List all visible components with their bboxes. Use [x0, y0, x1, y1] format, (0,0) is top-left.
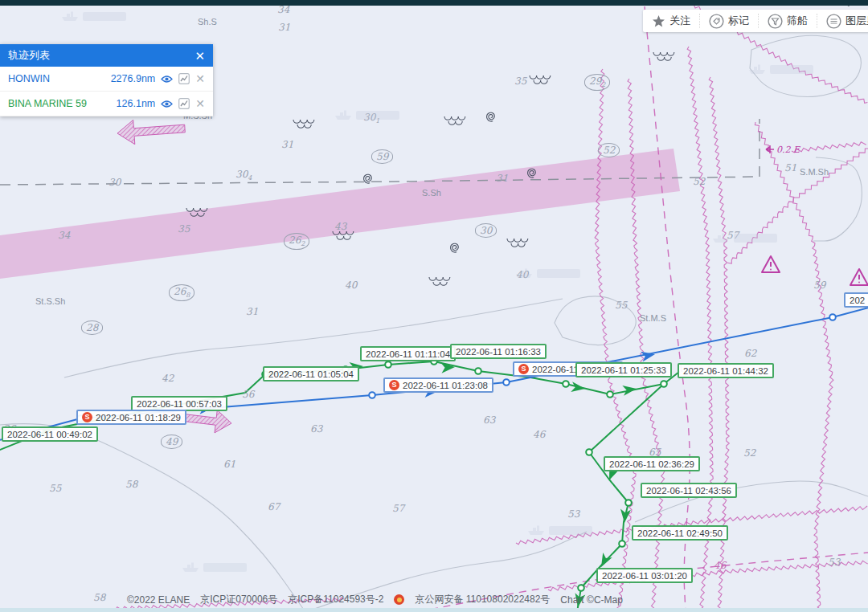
vessel-name[interactable]: BINA MARINE 59	[8, 98, 111, 109]
toolbar-button-funnel[interactable]: 筛船	[758, 14, 817, 28]
track-timestamp-label[interactable]: 2022-06-11 01:25:33	[575, 362, 672, 377]
depth-sounding: 31	[281, 140, 293, 149]
eye-icon[interactable]	[161, 75, 173, 84]
depth-sounding: 52	[743, 448, 755, 458]
ship-logo-icon	[181, 561, 200, 573]
speed-chart-button[interactable]	[178, 98, 190, 109]
track-timestamp-label[interactable]: 2022-06-11 03:01:20	[596, 568, 693, 583]
visibility-toggle[interactable]	[161, 100, 173, 108]
depth-sounding: 63	[483, 415, 495, 425]
watermark-text-bar	[734, 234, 777, 243]
depth-sounding: 57	[392, 504, 404, 513]
depth-sounding: 58	[93, 593, 105, 602]
depth-sounding: 58	[125, 479, 137, 489]
seabed-type-label: S.Sh	[422, 189, 441, 198]
depth-sounding: 52	[693, 177, 705, 186]
watermark-text-bar	[770, 65, 813, 74]
track-timestamp-label[interactable]: 2022-06-11 01:44:32	[678, 363, 774, 378]
remove-track-icon[interactable]: ✕	[195, 73, 205, 84]
seabed-type-label: St.M.S	[640, 314, 666, 323]
watermark-text-bar	[203, 563, 247, 572]
seabed-type-label: St.S.Sh	[35, 297, 65, 306]
timestamp-text: 2022-06-11 01:18:29	[96, 413, 181, 422]
depth-sounding: 59	[813, 280, 825, 290]
toolbar-button-label: 筛船	[787, 14, 808, 28]
depth-sounding: 304	[235, 169, 252, 182]
footer-copyright: ©2022 ELANE	[127, 594, 190, 606]
track-timestamp-label[interactable]: 2022-06-11 00:49:02	[2, 426, 98, 442]
close-icon[interactable]: ✕	[194, 50, 205, 62]
visibility-toggle[interactable]	[161, 75, 173, 84]
satellite-badge: S	[82, 412, 92, 422]
seabed-type-label: Sh.S	[198, 18, 217, 27]
toolbar-button-star[interactable]: 关注	[643, 14, 699, 28]
speed-chart-button[interactable]	[178, 73, 190, 84]
watermark-logo	[181, 561, 247, 573]
track-timestamp-label[interactable]: 2022-06-11 02:49:50	[632, 525, 728, 541]
track-timestamp-label[interactable]: S2022-06-11 01:23:08	[383, 377, 493, 393]
star-icon	[652, 14, 665, 28]
map-toolbar: 关注标记筛船图层显示	[643, 10, 868, 32]
toolbar-button-label: 图层显示	[845, 14, 868, 28]
toolbar-button-label: 关注	[669, 14, 690, 28]
timestamp-text: 202	[850, 296, 865, 305]
watermark-text-bar	[537, 269, 580, 278]
track-chart-icon[interactable]	[178, 98, 190, 109]
footer-credits: ©2022 ELANE 京ICP证070006号 京ICP备11024593号-…	[127, 593, 623, 606]
circled-depth-sounding: 262	[284, 233, 309, 250]
depth-sounding: 35	[178, 224, 190, 234]
timestamp-text: 2022-06-11 03:01:20	[602, 571, 687, 581]
depth-sounding: 31	[278, 22, 290, 32]
depth-sounding: 67	[268, 502, 280, 512]
ship-logo-icon	[60, 10, 80, 22]
depth-sounding: 35	[514, 76, 526, 86]
track-distance: 2276.9nm	[111, 73, 156, 84]
timestamp-text: 2022-06-11 02:36:29	[609, 459, 694, 469]
bottom-window-strip	[0, 608, 868, 612]
depth-sounding: 62	[744, 349, 756, 358]
depth-sounding: 55	[49, 483, 61, 493]
satellite-badge: S	[389, 380, 399, 390]
satellite-badge: S	[518, 364, 529, 374]
depth-sounding: 34	[277, 5, 289, 14]
track-list-row[interactable]: HONWIN2276.9nm✕	[0, 67, 213, 92]
police-badge-icon	[394, 594, 404, 605]
app-stage: 0.2 E 3431353013130304315251343543574059…	[0, 0, 868, 612]
watermark-logo	[60, 10, 126, 22]
eye-icon[interactable]	[161, 100, 173, 108]
depth-sounding: 34	[58, 231, 70, 240]
vessel-name[interactable]: HONWIN	[8, 73, 105, 84]
timestamp-text: 2022-06-11 01:05:04	[268, 369, 354, 379]
timestamp-text: 2022-06-11 01:16:33	[456, 347, 541, 357]
timestamp-text: 2022-06-11 01:23:08	[403, 381, 488, 390]
depth-sounding: 40	[345, 280, 357, 290]
toolbar-button-label: 标记	[728, 14, 749, 28]
layers-icon	[826, 14, 841, 29]
track-timestamp-label[interactable]: 2022-06-11 02:36:29	[604, 456, 700, 471]
track-timestamp-label[interactable]: 2022-06-11 02:43:56	[641, 483, 737, 498]
track-timestamp-label[interactable]: 2022-06-11 01:05:04	[263, 366, 359, 381]
ship-logo-icon	[747, 63, 767, 75]
watermark-logo	[747, 63, 813, 75]
remove-track-icon[interactable]: ✕	[195, 98, 205, 109]
circled-depth-sounding: 268	[169, 284, 194, 301]
depth-sounding: 63	[310, 424, 322, 434]
watermark-logo	[334, 108, 399, 121]
circled-depth-sounding: 28	[81, 320, 103, 335]
circled-depth-sounding: 49	[161, 435, 182, 449]
depth-sounding: 43	[334, 222, 346, 231]
depth-sounding: 56	[242, 390, 254, 399]
depth-sounding: 53	[567, 509, 579, 519]
seabed-type-label: S.M.Sh	[800, 168, 829, 177]
track-timestamp-label[interactable]: 2022-06-11 01:11:04	[360, 346, 456, 361]
track-list-row[interactable]: BINA MARINE 59126.1nm✕	[0, 92, 213, 116]
timestamp-text: 2022-06-11 00:57:03	[137, 399, 222, 409]
watermark-text-bar	[549, 526, 592, 535]
track-timestamp-label[interactable]: 2022-06-11 01:16:33	[450, 344, 547, 359]
toolbar-button-tag[interactable]: 标记	[699, 14, 758, 28]
toolbar-button-layers[interactable]: 图层显示	[817, 14, 868, 28]
timestamp-text: 2022-06-11 01:11:04	[366, 349, 450, 359]
track-chart-icon[interactable]	[178, 73, 190, 84]
track-timestamp-label[interactable]: S2022-06-11 01:18:29	[76, 410, 186, 425]
track-timestamp-label[interactable]: 202	[844, 292, 868, 308]
